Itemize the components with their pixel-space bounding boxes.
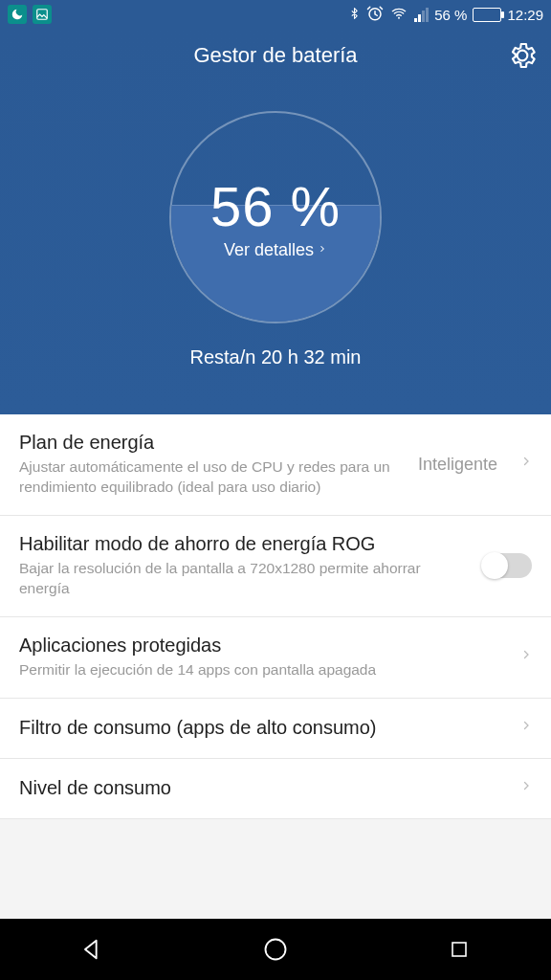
protected-apps-item[interactable]: Aplicaciones protegidas Permitir la ejec… xyxy=(0,617,551,699)
wifi-icon xyxy=(389,6,408,24)
rog-title: Habilitar modo de ahorro de energía ROG xyxy=(19,533,469,555)
settings-list: Plan de energía Ajustar automáticamente … xyxy=(0,414,551,919)
gauge-percent: 56 % xyxy=(210,174,341,238)
battery-gauge[interactable]: 56 % Ver detalles xyxy=(169,111,382,323)
svg-rect-4 xyxy=(452,943,466,956)
consumption-level-item[interactable]: Nivel de consumo xyxy=(0,759,551,819)
rog-sub: Bajar la resolución de la pantalla a 720… xyxy=(19,559,469,599)
bluetooth-icon xyxy=(348,5,361,25)
svg-point-2 xyxy=(398,16,400,18)
protected-apps-title: Aplicaciones protegidas xyxy=(19,635,507,657)
settings-button[interactable] xyxy=(507,40,538,71)
status-bar: 56 % 12:29 xyxy=(0,0,551,29)
back-button[interactable] xyxy=(73,930,111,969)
chevron-right-icon xyxy=(318,240,327,260)
remaining-time: Resta/n 20 h 32 min xyxy=(190,323,362,391)
rog-toggle[interactable] xyxy=(482,553,532,578)
chevron-right-icon xyxy=(520,716,532,741)
consumption-level-title: Nivel de consumo xyxy=(19,777,507,799)
gauge-details-label: Ver detalles xyxy=(224,240,314,260)
gallery-icon xyxy=(33,5,52,24)
consumption-filter-title: Filtro de consumo (apps de alto consumo) xyxy=(19,717,507,739)
dnd-icon xyxy=(8,5,27,24)
page-title: Gestor de batería xyxy=(193,43,357,68)
power-plan-sub: Ajustar automáticamente el uso de CPU y … xyxy=(19,457,405,498)
consumption-filter-item[interactable]: Filtro de consumo (apps de alto consumo) xyxy=(0,699,551,759)
signal-icon xyxy=(414,8,429,22)
chevron-right-icon xyxy=(520,645,532,670)
navigation-bar xyxy=(0,919,551,980)
svg-point-3 xyxy=(266,940,286,960)
home-button[interactable] xyxy=(256,930,295,969)
battery-icon xyxy=(473,8,501,22)
status-battery-pct: 56 % xyxy=(434,7,467,23)
header: Gestor de batería 56 % Ver detalles Rest… xyxy=(0,29,551,414)
recents-button[interactable] xyxy=(440,930,478,969)
chevron-right-icon xyxy=(520,452,532,477)
rog-mode-item: Habilitar modo de ahorro de energía ROG … xyxy=(0,516,551,617)
status-time: 12:29 xyxy=(507,7,543,23)
power-plan-item[interactable]: Plan de energía Ajustar automáticamente … xyxy=(0,414,551,516)
power-plan-title: Plan de energía xyxy=(19,432,405,454)
gauge-details-link[interactable]: Ver detalles xyxy=(224,240,327,260)
svg-rect-0 xyxy=(37,10,48,20)
chevron-right-icon xyxy=(520,776,532,801)
protected-apps-sub: Permitir la ejecución de 14 apps con pan… xyxy=(19,660,507,680)
alarm-icon xyxy=(366,5,384,25)
power-plan-value: Inteligente xyxy=(418,455,497,475)
